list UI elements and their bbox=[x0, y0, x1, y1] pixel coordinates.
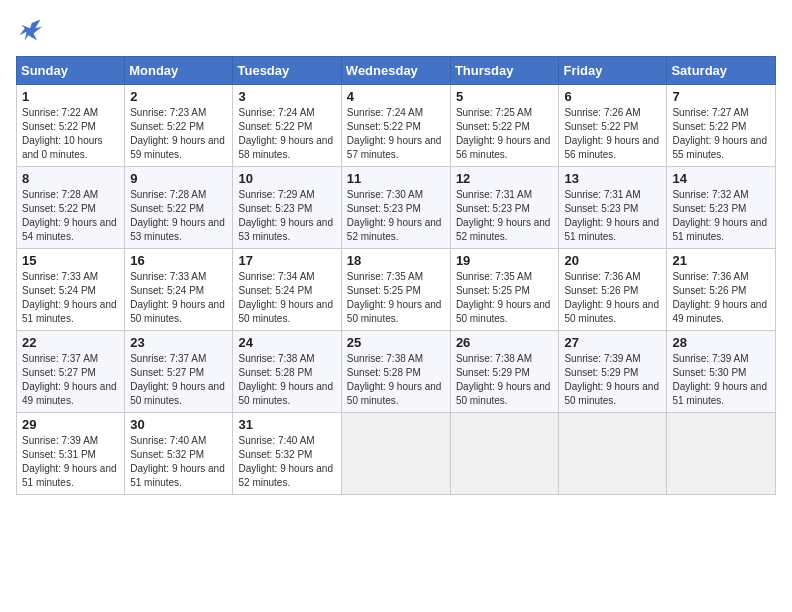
day-cell: 5 Sunrise: 7:25 AMSunset: 5:22 PMDayligh… bbox=[450, 85, 559, 167]
day-info: Sunrise: 7:26 AMSunset: 5:22 PMDaylight:… bbox=[564, 107, 659, 160]
day-cell: 6 Sunrise: 7:26 AMSunset: 5:22 PMDayligh… bbox=[559, 85, 667, 167]
week-row-1: 1 Sunrise: 7:22 AMSunset: 5:22 PMDayligh… bbox=[17, 85, 776, 167]
day-cell: 28 Sunrise: 7:39 AMSunset: 5:30 PMDaylig… bbox=[667, 331, 776, 413]
day-cell: 9 Sunrise: 7:28 AMSunset: 5:22 PMDayligh… bbox=[125, 167, 233, 249]
column-header-sunday: Sunday bbox=[17, 57, 125, 85]
day-info: Sunrise: 7:25 AMSunset: 5:22 PMDaylight:… bbox=[456, 107, 551, 160]
day-number: 16 bbox=[130, 253, 227, 268]
day-cell: 24 Sunrise: 7:38 AMSunset: 5:28 PMDaylig… bbox=[233, 331, 341, 413]
day-info: Sunrise: 7:35 AMSunset: 5:25 PMDaylight:… bbox=[456, 271, 551, 324]
week-row-3: 15 Sunrise: 7:33 AMSunset: 5:24 PMDaylig… bbox=[17, 249, 776, 331]
day-cell: 11 Sunrise: 7:30 AMSunset: 5:23 PMDaylig… bbox=[341, 167, 450, 249]
day-number: 18 bbox=[347, 253, 445, 268]
day-cell: 30 Sunrise: 7:40 AMSunset: 5:32 PMDaylig… bbox=[125, 413, 233, 495]
day-info: Sunrise: 7:38 AMSunset: 5:29 PMDaylight:… bbox=[456, 353, 551, 406]
day-number: 9 bbox=[130, 171, 227, 186]
day-info: Sunrise: 7:36 AMSunset: 5:26 PMDaylight:… bbox=[672, 271, 767, 324]
day-number: 10 bbox=[238, 171, 335, 186]
day-number: 1 bbox=[22, 89, 119, 104]
day-cell: 16 Sunrise: 7:33 AMSunset: 5:24 PMDaylig… bbox=[125, 249, 233, 331]
day-cell bbox=[450, 413, 559, 495]
day-info: Sunrise: 7:34 AMSunset: 5:24 PMDaylight:… bbox=[238, 271, 333, 324]
column-header-tuesday: Tuesday bbox=[233, 57, 341, 85]
day-info: Sunrise: 7:31 AMSunset: 5:23 PMDaylight:… bbox=[456, 189, 551, 242]
day-info: Sunrise: 7:39 AMSunset: 5:31 PMDaylight:… bbox=[22, 435, 117, 488]
day-cell: 29 Sunrise: 7:39 AMSunset: 5:31 PMDaylig… bbox=[17, 413, 125, 495]
day-info: Sunrise: 7:22 AMSunset: 5:22 PMDaylight:… bbox=[22, 107, 103, 160]
day-info: Sunrise: 7:33 AMSunset: 5:24 PMDaylight:… bbox=[22, 271, 117, 324]
day-info: Sunrise: 7:31 AMSunset: 5:23 PMDaylight:… bbox=[564, 189, 659, 242]
day-number: 19 bbox=[456, 253, 554, 268]
day-number: 3 bbox=[238, 89, 335, 104]
column-header-saturday: Saturday bbox=[667, 57, 776, 85]
day-number: 26 bbox=[456, 335, 554, 350]
column-header-monday: Monday bbox=[125, 57, 233, 85]
column-header-friday: Friday bbox=[559, 57, 667, 85]
day-number: 21 bbox=[672, 253, 770, 268]
day-info: Sunrise: 7:35 AMSunset: 5:25 PMDaylight:… bbox=[347, 271, 442, 324]
column-header-wednesday: Wednesday bbox=[341, 57, 450, 85]
day-number: 6 bbox=[564, 89, 661, 104]
day-info: Sunrise: 7:27 AMSunset: 5:22 PMDaylight:… bbox=[672, 107, 767, 160]
day-cell: 27 Sunrise: 7:39 AMSunset: 5:29 PMDaylig… bbox=[559, 331, 667, 413]
header-row: SundayMondayTuesdayWednesdayThursdayFrid… bbox=[17, 57, 776, 85]
day-cell: 17 Sunrise: 7:34 AMSunset: 5:24 PMDaylig… bbox=[233, 249, 341, 331]
day-number: 14 bbox=[672, 171, 770, 186]
day-cell: 26 Sunrise: 7:38 AMSunset: 5:29 PMDaylig… bbox=[450, 331, 559, 413]
column-header-thursday: Thursday bbox=[450, 57, 559, 85]
day-cell: 13 Sunrise: 7:31 AMSunset: 5:23 PMDaylig… bbox=[559, 167, 667, 249]
day-info: Sunrise: 7:36 AMSunset: 5:26 PMDaylight:… bbox=[564, 271, 659, 324]
day-info: Sunrise: 7:33 AMSunset: 5:24 PMDaylight:… bbox=[130, 271, 225, 324]
day-cell: 7 Sunrise: 7:27 AMSunset: 5:22 PMDayligh… bbox=[667, 85, 776, 167]
day-number: 23 bbox=[130, 335, 227, 350]
day-cell: 14 Sunrise: 7:32 AMSunset: 5:23 PMDaylig… bbox=[667, 167, 776, 249]
day-cell bbox=[341, 413, 450, 495]
day-info: Sunrise: 7:40 AMSunset: 5:32 PMDaylight:… bbox=[238, 435, 333, 488]
day-number: 25 bbox=[347, 335, 445, 350]
day-cell bbox=[559, 413, 667, 495]
day-cell: 8 Sunrise: 7:28 AMSunset: 5:22 PMDayligh… bbox=[17, 167, 125, 249]
day-info: Sunrise: 7:38 AMSunset: 5:28 PMDaylight:… bbox=[238, 353, 333, 406]
day-number: 27 bbox=[564, 335, 661, 350]
day-info: Sunrise: 7:28 AMSunset: 5:22 PMDaylight:… bbox=[22, 189, 117, 242]
day-info: Sunrise: 7:39 AMSunset: 5:30 PMDaylight:… bbox=[672, 353, 767, 406]
day-cell: 21 Sunrise: 7:36 AMSunset: 5:26 PMDaylig… bbox=[667, 249, 776, 331]
day-info: Sunrise: 7:24 AMSunset: 5:22 PMDaylight:… bbox=[347, 107, 442, 160]
page-header bbox=[16, 16, 776, 44]
day-number: 17 bbox=[238, 253, 335, 268]
day-cell: 22 Sunrise: 7:37 AMSunset: 5:27 PMDaylig… bbox=[17, 331, 125, 413]
day-cell: 23 Sunrise: 7:37 AMSunset: 5:27 PMDaylig… bbox=[125, 331, 233, 413]
day-number: 28 bbox=[672, 335, 770, 350]
day-info: Sunrise: 7:29 AMSunset: 5:23 PMDaylight:… bbox=[238, 189, 333, 242]
week-row-5: 29 Sunrise: 7:39 AMSunset: 5:31 PMDaylig… bbox=[17, 413, 776, 495]
day-number: 8 bbox=[22, 171, 119, 186]
day-number: 29 bbox=[22, 417, 119, 432]
day-info: Sunrise: 7:38 AMSunset: 5:28 PMDaylight:… bbox=[347, 353, 442, 406]
day-number: 31 bbox=[238, 417, 335, 432]
day-cell: 12 Sunrise: 7:31 AMSunset: 5:23 PMDaylig… bbox=[450, 167, 559, 249]
day-number: 11 bbox=[347, 171, 445, 186]
day-number: 20 bbox=[564, 253, 661, 268]
day-number: 2 bbox=[130, 89, 227, 104]
day-info: Sunrise: 7:30 AMSunset: 5:23 PMDaylight:… bbox=[347, 189, 442, 242]
day-number: 5 bbox=[456, 89, 554, 104]
week-row-2: 8 Sunrise: 7:28 AMSunset: 5:22 PMDayligh… bbox=[17, 167, 776, 249]
day-cell: 20 Sunrise: 7:36 AMSunset: 5:26 PMDaylig… bbox=[559, 249, 667, 331]
day-info: Sunrise: 7:40 AMSunset: 5:32 PMDaylight:… bbox=[130, 435, 225, 488]
day-cell: 19 Sunrise: 7:35 AMSunset: 5:25 PMDaylig… bbox=[450, 249, 559, 331]
day-info: Sunrise: 7:37 AMSunset: 5:27 PMDaylight:… bbox=[130, 353, 225, 406]
day-cell: 31 Sunrise: 7:40 AMSunset: 5:32 PMDaylig… bbox=[233, 413, 341, 495]
day-number: 13 bbox=[564, 171, 661, 186]
logo bbox=[16, 16, 48, 44]
day-cell bbox=[667, 413, 776, 495]
day-number: 7 bbox=[672, 89, 770, 104]
day-number: 4 bbox=[347, 89, 445, 104]
day-number: 12 bbox=[456, 171, 554, 186]
day-info: Sunrise: 7:37 AMSunset: 5:27 PMDaylight:… bbox=[22, 353, 117, 406]
day-cell: 1 Sunrise: 7:22 AMSunset: 5:22 PMDayligh… bbox=[17, 85, 125, 167]
day-info: Sunrise: 7:24 AMSunset: 5:22 PMDaylight:… bbox=[238, 107, 333, 160]
svg-marker-0 bbox=[20, 20, 43, 41]
day-cell: 10 Sunrise: 7:29 AMSunset: 5:23 PMDaylig… bbox=[233, 167, 341, 249]
day-cell: 15 Sunrise: 7:33 AMSunset: 5:24 PMDaylig… bbox=[17, 249, 125, 331]
day-cell: 18 Sunrise: 7:35 AMSunset: 5:25 PMDaylig… bbox=[341, 249, 450, 331]
